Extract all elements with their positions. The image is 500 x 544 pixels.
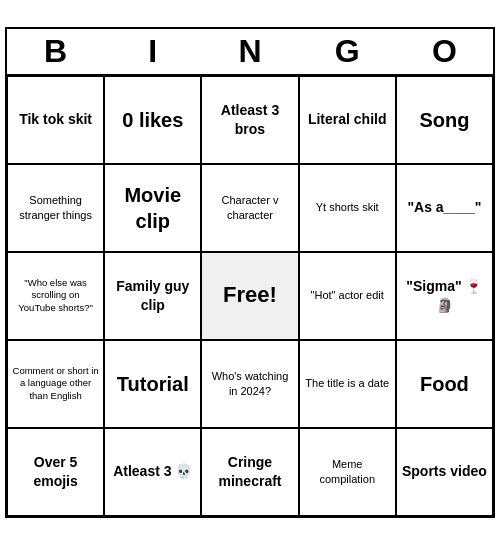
cell-13: "Hot" actor edit <box>299 252 396 340</box>
cell-text-13: "Hot" actor edit <box>311 288 384 302</box>
cell-6: Movie clip <box>104 164 201 252</box>
cell-text-11: Family guy clip <box>109 277 196 313</box>
cell-text-23: Meme compilation <box>304 457 391 486</box>
cell-20: Over 5 emojis <box>7 428 104 516</box>
cell-text-1: 0 likes <box>122 107 183 133</box>
bingo-card: BINGO Tik tok skit0 likesAtleast 3 brosL… <box>5 27 495 518</box>
cell-text-15: Comment or short in a language other tha… <box>12 365 99 402</box>
cell-3: Literal child <box>299 76 396 164</box>
cell-text-2: Atleast 3 bros <box>206 101 293 137</box>
cell-14: "Sigma" 🍷🗿 <box>396 252 493 340</box>
cell-text-19: Food <box>420 371 469 397</box>
cell-19: Food <box>396 340 493 428</box>
cell-text-5: Something stranger things <box>12 193 99 222</box>
cell-16: Tutorial <box>104 340 201 428</box>
cell-text-8: Yt shorts skit <box>316 200 379 214</box>
cell-text-24: Sports video <box>402 462 487 480</box>
cell-15: Comment or short in a language other tha… <box>7 340 104 428</box>
header-letter-b: B <box>7 33 104 70</box>
header-letter-i: I <box>104 33 201 70</box>
cell-0: Tik tok skit <box>7 76 104 164</box>
cell-4: Song <box>396 76 493 164</box>
cell-text-17: Who's watching in 2024? <box>206 369 293 398</box>
cell-text-0: Tik tok skit <box>19 110 92 128</box>
cell-5: Something stranger things <box>7 164 104 252</box>
cell-text-7: Character v character <box>206 193 293 222</box>
bingo-header: BINGO <box>7 29 493 76</box>
header-letter-g: G <box>299 33 396 70</box>
cell-10: "Who else was scrolling on YouTube short… <box>7 252 104 340</box>
cell-text-16: Tutorial <box>117 371 189 397</box>
cell-text-9: "As a____" <box>407 198 481 216</box>
cell-12: Free! <box>201 252 298 340</box>
bingo-grid: Tik tok skit0 likesAtleast 3 brosLiteral… <box>7 76 493 516</box>
cell-text-3: Literal child <box>308 110 387 128</box>
cell-text-20: Over 5 emojis <box>12 453 99 489</box>
header-letter-n: N <box>201 33 298 70</box>
cell-2: Atleast 3 bros <box>201 76 298 164</box>
cell-24: Sports video <box>396 428 493 516</box>
cell-text-10: "Who else was scrolling on YouTube short… <box>12 277 99 314</box>
cell-text-21: Atleast 3 💀 <box>113 462 192 480</box>
cell-1: 0 likes <box>104 76 201 164</box>
cell-7: Character v character <box>201 164 298 252</box>
cell-text-4: Song <box>419 107 469 133</box>
cell-text-14: "Sigma" 🍷🗿 <box>401 277 488 313</box>
header-letter-o: O <box>396 33 493 70</box>
cell-text-18: The title is a date <box>305 376 389 390</box>
cell-text-6: Movie clip <box>109 182 196 234</box>
cell-9: "As a____" <box>396 164 493 252</box>
cell-17: Who's watching in 2024? <box>201 340 298 428</box>
cell-23: Meme compilation <box>299 428 396 516</box>
cell-11: Family guy clip <box>104 252 201 340</box>
cell-21: Atleast 3 💀 <box>104 428 201 516</box>
cell-18: The title is a date <box>299 340 396 428</box>
cell-text-12: Free! <box>223 281 277 310</box>
cell-text-22: Cringe minecraft <box>206 453 293 489</box>
cell-8: Yt shorts skit <box>299 164 396 252</box>
cell-22: Cringe minecraft <box>201 428 298 516</box>
